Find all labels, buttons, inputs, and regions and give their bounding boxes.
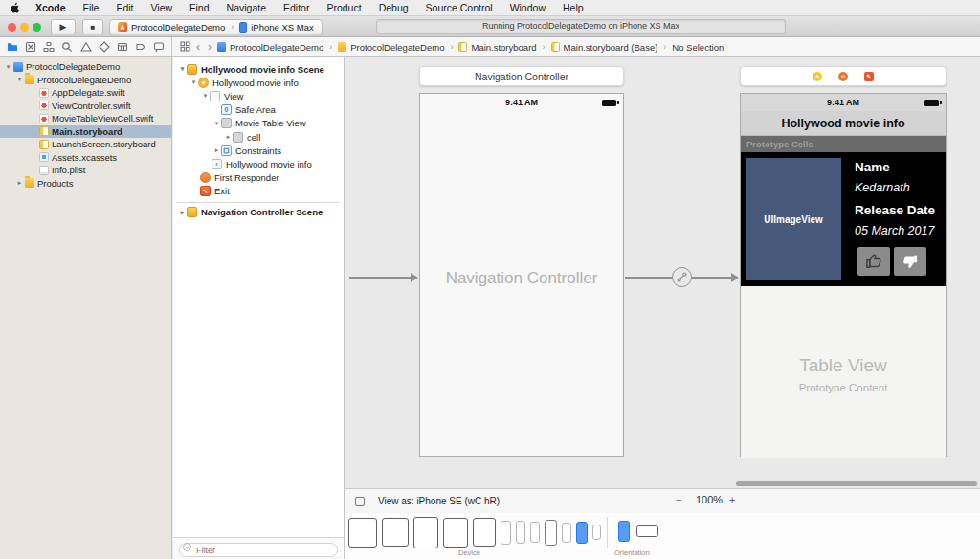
disclosure-closed-icon[interactable]: ▸ [15, 179, 24, 187]
outline-filter-input[interactable] [179, 543, 338, 557]
horizontal-scrollbar[interactable] [736, 481, 977, 486]
device-iphone-icon[interactable] [501, 521, 511, 545]
breadcrumb-selection[interactable]: No Selection [672, 42, 724, 53]
zoom-in-button[interactable]: + [729, 494, 735, 505]
forward-button[interactable]: › [206, 38, 213, 56]
file-row-assets[interactable]: Assets.xcassets [0, 151, 171, 165]
disclosure-open-icon[interactable]: ▾ [15, 76, 24, 83]
menu-help[interactable]: Help [554, 0, 592, 16]
first-responder-icon[interactable] [838, 72, 848, 81]
device-ipad-icon[interactable] [382, 518, 409, 547]
nav-controller-scene-header[interactable]: Navigation Controller [419, 66, 624, 86]
outline-row-first-responder[interactable]: First Responder [173, 171, 344, 185]
prototype-table-cell[interactable]: UIImageView Name Kedarnath Release Date … [741, 152, 946, 286]
name-label[interactable]: Name [855, 160, 890, 174]
file-row-viewcontroller[interactable]: ViewController.swift [0, 100, 171, 113]
table-view-area[interactable]: Table View Prototype Content [741, 286, 946, 458]
storyboard-canvas[interactable]: Navigation Controller 9:41 AM Navigation… [345, 57, 980, 488]
file-row-project[interactable]: ▾ProtocolDelegateDemo [0, 60, 171, 74]
scheme-selector[interactable]: A ProtocolDelegateDemo › iPhone XS Max [109, 19, 323, 34]
outline-row-view-controller[interactable]: ▾Hollywood movie info [173, 76, 344, 89]
outline-row-table-view[interactable]: ▾Movie Table View [173, 117, 344, 130]
device-iphone-icon[interactable] [545, 520, 557, 546]
source-control-icon[interactable] [25, 41, 36, 53]
project-navigator-icon[interactable] [7, 41, 18, 53]
movie-scene-header[interactable]: ↖ [740, 66, 947, 86]
file-row-launchscreen[interactable]: LaunchScreen.storyboard [0, 138, 171, 151]
file-row-group[interactable]: ▾ProtocolDelegateDemo [0, 74, 171, 87]
device-ipad-icon[interactable] [443, 518, 468, 548]
disclosure-closed-icon[interactable]: ▸ [212, 146, 221, 154]
menu-editor[interactable]: Editor [275, 0, 318, 16]
outline-row-view[interactable]: ▾View [173, 89, 344, 102]
disclosure-open-icon[interactable]: ▾ [4, 63, 12, 71]
device-ipad-icon[interactable] [473, 518, 496, 547]
disclosure-open-icon[interactable]: ▾ [201, 92, 210, 100]
thumbs-down-button[interactable] [894, 247, 926, 276]
movie-info-view[interactable]: 9:41 AM Hollywood movie info Prototype C… [740, 93, 947, 457]
release-date-label[interactable]: Release Date [855, 203, 935, 217]
nav-controller-view[interactable]: 9:41 AM Navigation Controller [419, 93, 624, 457]
disclosure-open-icon[interactable]: ▾ [178, 65, 187, 73]
outline-row-scene[interactable]: ▾Hollywood movie info Scene [173, 62, 344, 76]
menu-source-control[interactable]: Source Control [417, 0, 501, 16]
relationship-segue-icon[interactable] [672, 267, 692, 287]
zoom-out-button[interactable]: − [676, 494, 681, 505]
file-row-movietableviewcell[interactable]: MovieTableViewCell.swift [0, 112, 171, 125]
thumbs-up-button[interactable] [858, 247, 890, 276]
breadcrumb-storyboard-base[interactable]: Main.storyboard (Base) [564, 42, 658, 53]
issue-navigator-icon[interactable] [80, 41, 92, 53]
device-iphone-icon[interactable] [530, 522, 540, 543]
disclosure-closed-icon[interactable]: ▸ [224, 133, 233, 141]
view-controller-icon[interactable] [813, 72, 822, 81]
file-row-products[interactable]: ▸Products [0, 177, 171, 190]
menu-edit[interactable]: Edit [107, 0, 142, 16]
outline-row-navigation-item[interactable]: ‹Hollywood movie info [173, 157, 344, 170]
menu-view[interactable]: View [143, 0, 182, 16]
device-iphone-icon[interactable] [592, 525, 601, 540]
view-as-label[interactable]: View as: iPhone SE (wC hR) [378, 496, 500, 506]
breadcrumb-storyboard[interactable]: Main.storyboard [471, 42, 536, 53]
debug-navigator-icon[interactable] [117, 41, 128, 53]
file-row-appdelegate[interactable]: AppDelegate.swift [0, 86, 171, 100]
disclosure-open-icon[interactable]: ▾ [189, 78, 198, 86]
outline-row-cell[interactable]: ▸cell [173, 130, 344, 144]
back-button[interactable]: ‹ [194, 38, 202, 56]
orientation-portrait-icon[interactable] [618, 521, 630, 542]
menu-file[interactable]: File [75, 0, 108, 16]
apple-menu-icon[interactable] [10, 2, 21, 13]
exit-icon[interactable]: ↖ [864, 72, 874, 81]
device-iphone-icon[interactable] [562, 523, 571, 543]
window-close-button[interactable] [8, 23, 16, 32]
menu-xcode[interactable]: Xcode [27, 0, 75, 16]
breadcrumb-project[interactable]: ProtocolDelegateDemo [230, 42, 323, 53]
window-zoom-button[interactable] [33, 23, 41, 32]
outline-row-nav-controller-scene[interactable]: ▸Navigation Controller Scene [173, 206, 344, 219]
run-button[interactable]: ▶ [51, 19, 76, 34]
outline-row-constraints[interactable]: ▸Constraints [173, 144, 344, 157]
disclosure-closed-icon[interactable]: ▸ [178, 209, 187, 216]
release-date-value[interactable]: 05 March 2017 [855, 224, 934, 237]
menu-window[interactable]: Window [501, 0, 554, 16]
device-ipad-icon[interactable] [413, 517, 438, 548]
test-navigator-icon[interactable] [99, 41, 110, 53]
menu-debug[interactable]: Debug [370, 0, 417, 16]
related-items-icon[interactable] [180, 41, 190, 54]
breadcrumb-group[interactable]: ProtocolDelegateDemo [350, 42, 444, 53]
movie-image-view[interactable]: UIImageView [746, 158, 841, 280]
symbol-navigator-icon[interactable] [43, 41, 55, 53]
file-row-infoplist[interactable]: Info.plist [0, 164, 171, 177]
movie-name-value[interactable]: Kedarnath [855, 181, 910, 194]
device-iphone-se-selected-icon[interactable] [576, 522, 588, 544]
outline-row-safe-area[interactable]: 0Safe Area [173, 103, 344, 117]
device-iphone-icon[interactable] [516, 521, 525, 544]
window-minimize-button[interactable] [20, 23, 29, 32]
file-row-main-storyboard[interactable]: Main.storyboard [0, 125, 171, 139]
stop-button[interactable]: ■ [82, 19, 103, 34]
report-navigator-icon[interactable] [153, 41, 165, 53]
menu-product[interactable]: Product [318, 0, 369, 16]
zoom-level[interactable]: 100% [696, 494, 723, 505]
navigation-bar[interactable]: Hollywood movie info [741, 111, 946, 136]
device-configuration-toggle-icon[interactable] [355, 497, 365, 506]
orientation-landscape-icon[interactable] [636, 525, 658, 537]
